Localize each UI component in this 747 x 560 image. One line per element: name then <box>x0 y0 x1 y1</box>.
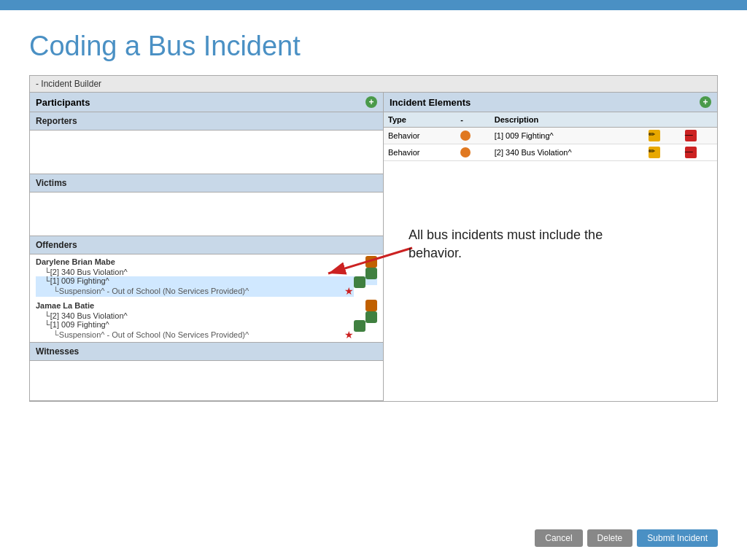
col-type: Type <box>384 112 456 128</box>
ie-row2-icon <box>456 144 490 161</box>
col-delete <box>681 112 717 128</box>
ie-table: Type - Description Behavior [1] 009 Figh… <box>384 112 717 161</box>
offender2-star-icon[interactable]: ★ <box>344 329 354 341</box>
ie-row-1: Behavior [1] 009 Fighting^ ✏ — <box>384 128 717 144</box>
offender2-sub1: └[2] 340 Bus Violation^ <box>36 311 377 320</box>
ie-row2-desc: [2] 340 Bus Violation^ <box>490 144 644 161</box>
reporters-label: Reporters <box>36 116 77 126</box>
offenders-label: Offenders <box>36 240 77 250</box>
ie-row2-type: Behavior <box>384 144 456 161</box>
builder-header: - Incident Builder <box>30 76 717 93</box>
participants-section-header: Participants + <box>30 93 383 112</box>
ie-row1-delete-icon[interactable]: — <box>685 130 697 141</box>
witnesses-label: Witnesses <box>36 346 79 357</box>
witnesses-section-header: Witnesses <box>30 343 383 361</box>
col-dash: - <box>456 112 490 128</box>
reporters-section-header: Reporters <box>30 112 383 131</box>
offender2-item2-icon[interactable] <box>354 320 365 332</box>
ie-header: Incident Elements + <box>384 93 717 112</box>
offender2-sub3: └Suspension^ - Out of School (No Service… <box>36 329 354 341</box>
participants-label: Participants <box>36 97 90 108</box>
reporters-body <box>30 131 383 174</box>
ie-row1-icon <box>456 128 490 144</box>
ie-row1-edit-cell: ✏ <box>644 128 681 144</box>
page-title: Coding a Bus Incident <box>0 10 747 75</box>
ie-row1-delete-cell: — <box>681 128 717 144</box>
ie-row2-circle-icon <box>460 147 471 158</box>
offender1-item3-label: └Suspension^ - Out of School (No Service… <box>53 287 249 295</box>
ie-row2-edit-icon[interactable]: ✏ <box>649 147 660 158</box>
offender2-item2-label: └[1] 009 Fighting^ <box>44 320 109 329</box>
col-description: Description <box>490 112 644 128</box>
add-ie-button[interactable]: + <box>700 96 711 108</box>
add-participant-button[interactable]: + <box>365 96 377 108</box>
delete-button[interactable]: Delete <box>587 529 633 547</box>
ie-row2-delete-cell: — <box>681 144 717 161</box>
ie-row1-edit-icon[interactable]: ✏ <box>649 130 660 141</box>
offender1-item1-label: └[2] 340 Bus Violation^ <box>44 268 128 276</box>
ie-row2-delete-icon[interactable]: — <box>685 147 697 158</box>
cancel-button[interactable]: Cancel <box>535 529 582 547</box>
bottom-bar: Cancel Delete Submit Incident <box>535 529 718 547</box>
offender2-row: Jamae La Batie └[2] 340 Bus Violation^ └… <box>30 298 383 342</box>
witnesses-body <box>30 361 383 401</box>
ie-row2-edit-cell: ✏ <box>644 144 681 161</box>
ie-row1-type: Behavior <box>384 128 456 144</box>
submit-button[interactable]: Submit Incident <box>637 529 718 547</box>
offender2-item1-label: └[2] 340 Bus Violation^ <box>44 311 128 320</box>
col-edit <box>644 112 681 128</box>
offender2-item1-icon[interactable] <box>365 311 377 323</box>
offender1-item2-label: └[1] 009 Fighting^ <box>44 276 109 285</box>
annotation-text: All bus incidents must include the behav… <box>409 226 613 262</box>
offender2-item3-label: └Suspension^ - Out of School (No Service… <box>53 330 249 339</box>
offender-name-text: Darylene Brian Mabe <box>36 257 115 266</box>
offender2-person-icon[interactable] <box>365 300 377 311</box>
svg-line-1 <box>328 248 412 273</box>
victims-section-header: Victims <box>30 174 383 192</box>
ie-row1-circle-icon <box>460 131 471 141</box>
offender2-name: Jamae La Batie <box>36 300 377 311</box>
ie-row-2: Behavior [2] 340 Bus Violation^ ✏ — <box>384 144 717 161</box>
offender2-sub2: └[1] 009 Fighting^ <box>36 320 377 329</box>
ie-row1-desc: [1] 009 Fighting^ <box>490 128 644 144</box>
ie-title: Incident Elements <box>390 97 471 108</box>
offender2-name-text: Jamae La Batie <box>36 301 94 310</box>
victims-label: Victims <box>36 178 66 188</box>
top-bar <box>0 0 747 10</box>
